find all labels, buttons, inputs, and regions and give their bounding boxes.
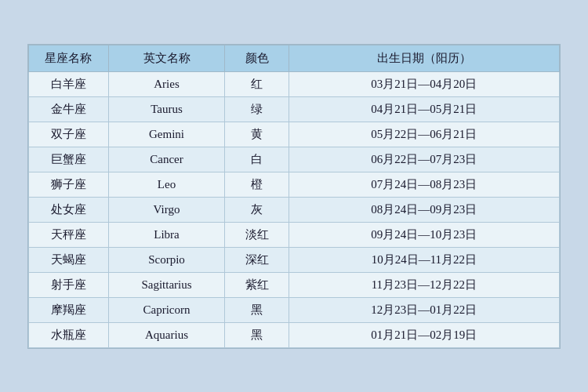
cell-english: Libra — [108, 222, 225, 247]
cell-english: Leo — [108, 172, 225, 197]
table-row: 白羊座Aries红03月21日—04月20日 — [29, 71, 560, 96]
cell-date: 08月24日—09月23日 — [289, 197, 559, 222]
table-row: 金牛座Taurus绿04月21日—05月21日 — [29, 96, 560, 122]
header-color: 颜色 — [225, 45, 289, 71]
cell-date: 11月23日—12月22日 — [289, 272, 559, 297]
cell-color: 淡红 — [225, 222, 289, 247]
cell-date: 06月22日—07月23日 — [289, 147, 559, 172]
zodiac-table: 星座名称 英文名称 颜色 出生日期（阳历） 白羊座Aries红03月21日—04… — [28, 45, 560, 348]
cell-chinese: 水瓶座 — [29, 322, 109, 347]
cell-chinese: 白羊座 — [29, 71, 109, 96]
cell-date: 09月24日—10月23日 — [289, 222, 559, 247]
cell-english: Aries — [108, 71, 225, 96]
cell-chinese: 双子座 — [29, 122, 109, 147]
cell-date: 04月21日—05月21日 — [289, 96, 559, 122]
cell-english: Taurus — [108, 96, 225, 122]
header-date: 出生日期（阳历） — [289, 45, 559, 71]
cell-color: 红 — [225, 71, 289, 96]
cell-english: Scorpio — [108, 247, 225, 272]
cell-color: 黑 — [225, 297, 289, 322]
header-english: 英文名称 — [108, 45, 225, 71]
cell-english: Capricorn — [108, 297, 225, 322]
table-row: 天蝎座Scorpio深红10月24日—11月22日 — [29, 247, 560, 272]
header-chinese: 星座名称 — [29, 45, 109, 71]
cell-chinese: 巨蟹座 — [29, 147, 109, 172]
cell-chinese: 摩羯座 — [29, 297, 109, 322]
table-row: 射手座Sagittarius紫红11月23日—12月22日 — [29, 272, 560, 297]
cell-english: Sagittarius — [108, 272, 225, 297]
cell-color: 灰 — [225, 197, 289, 222]
table-row: 水瓶座Aquarius黑01月21日—02月19日 — [29, 322, 560, 347]
cell-color: 白 — [225, 147, 289, 172]
table-row: 处女座Virgo灰08月24日—09月23日 — [29, 197, 560, 222]
cell-date: 10月24日—11月22日 — [289, 247, 559, 272]
cell-chinese: 射手座 — [29, 272, 109, 297]
cell-color: 橙 — [225, 172, 289, 197]
cell-date: 05月22日—06月21日 — [289, 122, 559, 147]
cell-color: 紫红 — [225, 272, 289, 297]
cell-chinese: 天秤座 — [29, 222, 109, 247]
cell-color: 黄 — [225, 122, 289, 147]
table-row: 双子座Gemini黄05月22日—06月21日 — [29, 122, 560, 147]
cell-chinese: 处女座 — [29, 197, 109, 222]
cell-color: 黑 — [225, 322, 289, 347]
zodiac-table-container: 星座名称 英文名称 颜色 出生日期（阳历） 白羊座Aries红03月21日—04… — [27, 44, 561, 349]
table-row: 摩羯座Capricorn黑12月23日—01月22日 — [29, 297, 560, 322]
cell-color: 绿 — [225, 96, 289, 122]
cell-chinese: 天蝎座 — [29, 247, 109, 272]
cell-color: 深红 — [225, 247, 289, 272]
cell-english: Virgo — [108, 197, 225, 222]
table-row: 巨蟹座Cancer白06月22日—07月23日 — [29, 147, 560, 172]
table-row: 天秤座Libra淡红09月24日—10月23日 — [29, 222, 560, 247]
table-body: 白羊座Aries红03月21日—04月20日金牛座Taurus绿04月21日—0… — [29, 71, 560, 347]
cell-chinese: 狮子座 — [29, 172, 109, 197]
table-header-row: 星座名称 英文名称 颜色 出生日期（阳历） — [29, 45, 560, 71]
cell-english: Gemini — [108, 122, 225, 147]
cell-date: 07月24日—08月23日 — [289, 172, 559, 197]
cell-date: 03月21日—04月20日 — [289, 71, 559, 96]
cell-chinese: 金牛座 — [29, 96, 109, 122]
cell-english: Cancer — [108, 147, 225, 172]
cell-english: Aquarius — [108, 322, 225, 347]
cell-date: 01月21日—02月19日 — [289, 322, 559, 347]
table-row: 狮子座Leo橙07月24日—08月23日 — [29, 172, 560, 197]
cell-date: 12月23日—01月22日 — [289, 297, 559, 322]
